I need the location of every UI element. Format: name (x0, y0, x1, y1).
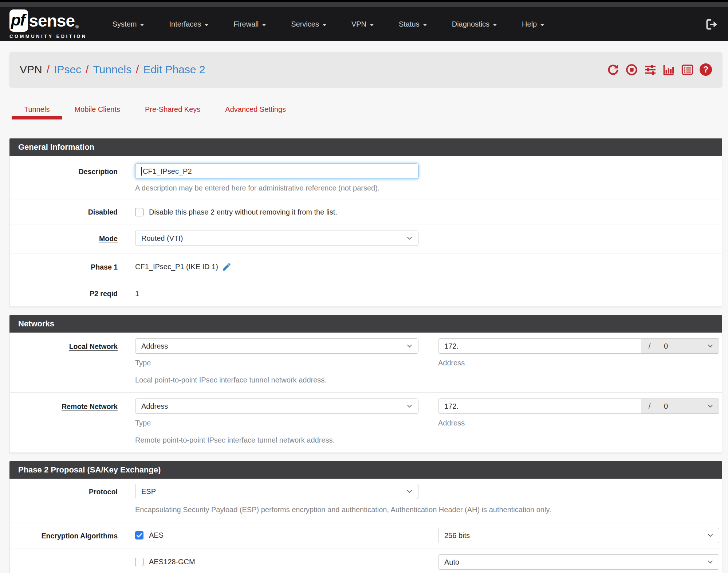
mode-select[interactable]: Routed (VTI) (135, 231, 418, 246)
chevron-down-icon (540, 24, 544, 26)
remote-network-cidr-select[interactable]: 0 (658, 399, 719, 414)
local-network-label: Local Network (10, 338, 118, 351)
chevron-down-icon (370, 24, 374, 26)
breadcrumb-separator: / (136, 63, 139, 76)
remote-network-address-help: Address (438, 418, 719, 428)
row-protocol: Protocol ESP Encapsulating Security Payl… (10, 479, 722, 522)
breadcrumb-separator: / (86, 63, 88, 76)
refresh-icon[interactable] (607, 63, 619, 76)
local-network-type-select[interactable]: Address (135, 338, 418, 354)
local-network-cidr-select[interactable]: 0 (658, 338, 719, 354)
breadcrumb-separator: / (47, 63, 50, 76)
protocol-help-text: Encapsulating Security Payload (ESP) per… (135, 505, 728, 515)
chevron-down-icon (407, 236, 412, 240)
stop-icon[interactable] (625, 63, 638, 76)
chevron-down-icon (407, 404, 412, 408)
list-icon[interactable] (681, 63, 693, 76)
breadcrumb-current-edit-phase-2[interactable]: Edit Phase 2 (143, 63, 205, 76)
panel-general-information: General Information Description CF1_IPse… (9, 138, 722, 307)
remote-network-address-input[interactable]: 172. (438, 399, 641, 414)
chevron-down-icon (708, 560, 713, 564)
nav-vpn[interactable]: VPN (339, 20, 386, 28)
logo-subtitle: COMMUNITY EDITION (9, 34, 87, 39)
phase1-label: Phase 1 (10, 262, 118, 272)
nav-status[interactable]: Status (386, 20, 440, 28)
chevron-down-icon (493, 24, 497, 26)
aes-checkbox-label: AES (149, 531, 164, 539)
tab-bar: Tunnels Mobile Clients Pre-Shared Keys A… (9, 105, 722, 119)
nav-services[interactable]: Services (279, 20, 339, 28)
row-disabled: Disabled Disable this phase 2 entry with… (10, 200, 722, 224)
row-encryption-aes: Encryption Algorithms AES 256 bits (10, 522, 722, 549)
protocol-label: Protocol (10, 484, 118, 497)
tab-pre-shared-keys[interactable]: Pre-Shared Keys (133, 105, 213, 119)
aes-keylen-select[interactable]: 256 bits (438, 528, 719, 543)
tab-advanced-settings[interactable]: Advanced Settings (213, 105, 298, 119)
nav-firewall[interactable]: Firewall (221, 20, 279, 28)
aes128-gcm-checkbox-label: AES128-GCM (149, 558, 195, 566)
panel-networks: Networks Local Network Address Type Loca… (9, 315, 722, 453)
local-network-address-help: Address (438, 358, 719, 368)
chevron-down-icon (322, 24, 327, 26)
chevron-down-icon (708, 344, 713, 348)
cidr-separator: / (641, 399, 658, 414)
local-network-address-input[interactable]: 172. (438, 338, 641, 354)
chevron-down-icon (262, 24, 266, 26)
chevron-down-icon (407, 490, 412, 493)
remote-network-label: Remote Network (10, 399, 118, 411)
pfsense-logo[interactable]: pf sense ® COMMUNITY EDITION (9, 9, 87, 39)
main-menu: System Interfaces Firewall Services VPN … (100, 20, 557, 28)
nav-system[interactable]: System (100, 20, 157, 28)
page-content: VPN / IPsec / Tunnels / Edit Phase 2 (0, 52, 728, 573)
description-help-text: A description may be entered here for ad… (135, 183, 418, 193)
local-network-description: Local point-to-point IPsec interface tun… (135, 375, 418, 385)
row-mode: Mode Routed (VTI) (10, 224, 722, 254)
row-encryption-aes128-gcm: AES128-GCM Auto (10, 549, 722, 573)
chevron-down-icon (708, 534, 713, 537)
chevron-down-icon (423, 24, 427, 26)
remote-network-description: Remote point-to-point IPsec interface tu… (135, 435, 418, 445)
nav-help[interactable]: Help (509, 20, 557, 28)
sliders-icon[interactable] (644, 63, 656, 76)
breadcrumb-link-ipsec[interactable]: IPsec (54, 63, 81, 76)
chevron-down-icon (708, 404, 713, 408)
breadcrumb: VPN / IPsec / Tunnels / Edit Phase 2 (9, 52, 722, 87)
bar-chart-icon[interactable] (662, 63, 675, 76)
encryption-algorithms-label: Encryption Algorithms (10, 528, 118, 541)
p2-reqid-label: P2 reqid (10, 289, 118, 298)
pf-logo-mark: pf (9, 9, 28, 32)
nav-interfaces[interactable]: Interfaces (157, 20, 221, 28)
text-cursor (141, 167, 142, 176)
chevron-down-icon (140, 24, 144, 26)
protocol-select[interactable]: ESP (135, 484, 418, 499)
remote-network-type-select[interactable]: Address (135, 399, 418, 414)
aes-checkbox[interactable] (135, 531, 143, 539)
tab-mobile-clients[interactable]: Mobile Clients (62, 105, 133, 119)
mode-label: Mode (10, 231, 118, 243)
panel-title-phase2-proposal: Phase 2 Proposal (SA/Key Exchange) (9, 461, 722, 479)
row-phase1: Phase 1 CF1_IPsec_P1 (IKE ID 1) (10, 254, 722, 280)
breadcrumb-root: VPN (20, 63, 42, 76)
breadcrumb-link-tunnels[interactable]: Tunnels (93, 63, 131, 76)
panel-phase2-proposal: Phase 2 Proposal (SA/Key Exchange) Proto… (9, 461, 722, 573)
chevron-down-icon (204, 24, 209, 26)
disabled-checkbox[interactable] (135, 208, 143, 216)
remote-network-type-help: Type (135, 418, 418, 428)
panel-title-general-information: General Information (9, 138, 722, 156)
row-local-network: Local Network Address Type Local point-t… (10, 333, 722, 393)
p2-reqid-value: 1 (135, 290, 418, 298)
disabled-checkbox-label: Disable this phase 2 entry without remov… (149, 208, 337, 216)
local-network-type-help: Type (135, 358, 418, 368)
aes128-gcm-keylen-select[interactable]: Auto (438, 554, 719, 570)
edit-pencil-icon[interactable] (222, 262, 232, 272)
row-description: Description CF1_IPsec_P2 A description m… (10, 156, 722, 200)
row-remote-network: Remote Network Address Type Remote point… (10, 393, 722, 453)
aes128-gcm-checkbox[interactable] (135, 558, 143, 566)
sign-out-icon[interactable] (705, 19, 719, 30)
top-navbar: pf sense ® COMMUNITY EDITION System Inte… (0, 7, 728, 41)
tab-tunnels[interactable]: Tunnels (12, 105, 62, 119)
nav-diagnostics[interactable]: Diagnostics (440, 20, 509, 28)
logo-sense-text: sense (29, 11, 75, 31)
help-icon[interactable]: ? (700, 63, 712, 76)
description-input[interactable]: CF1_IPsec_P2 (135, 164, 418, 179)
